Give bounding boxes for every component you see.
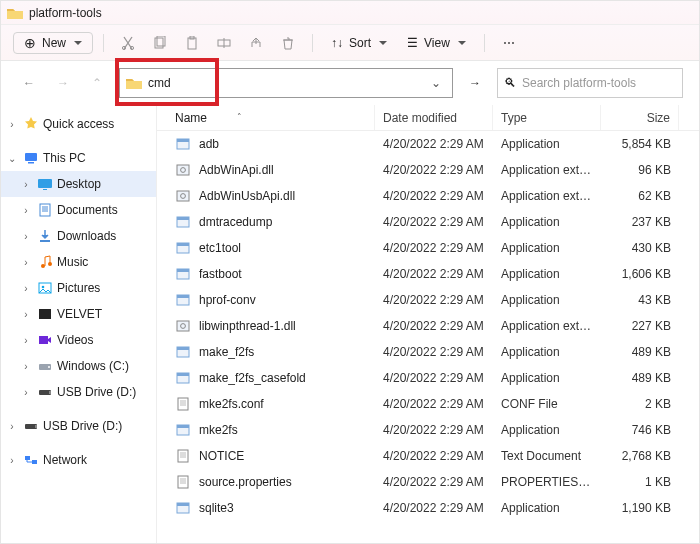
navigation-pane[interactable]: ›Quick access⌄This PC›Desktop›Documents›…	[1, 105, 157, 544]
vid-icon	[37, 332, 53, 348]
sidebar-item-documents[interactable]: ›Documents	[1, 197, 156, 223]
file-row[interactable]: etc1tool4/20/2022 2:29 AMApplication430 …	[157, 235, 699, 261]
file-row[interactable]: source.properties4/20/2022 2:29 AMPROPER…	[157, 469, 699, 495]
expand-icon[interactable]: ›	[5, 455, 19, 466]
search-input[interactable]	[522, 76, 676, 90]
expand-icon[interactable]: ›	[19, 361, 33, 372]
cut-icon[interactable]	[114, 29, 142, 57]
new-label: New	[42, 36, 66, 50]
file-type-icon	[175, 396, 191, 412]
file-row[interactable]: mke2fs4/20/2022 2:29 AMApplication746 KB	[157, 417, 699, 443]
file-row[interactable]: AdbWinApi.dll4/20/2022 2:29 AMApplicatio…	[157, 157, 699, 183]
expand-icon[interactable]: ›	[19, 205, 33, 216]
window-title: platform-tools	[29, 6, 102, 20]
svg-rect-40	[177, 295, 189, 298]
file-date: 4/20/2022 2:29 AM	[375, 345, 493, 359]
sort-button[interactable]: ↑↓ Sort	[323, 32, 395, 54]
search-box[interactable]: 🔍︎	[497, 68, 683, 98]
file-type: CONF File	[493, 397, 601, 411]
file-type: Application exten...	[493, 319, 601, 333]
delete-icon[interactable]	[274, 29, 302, 57]
net-icon	[23, 452, 39, 468]
file-date: 4/20/2022 2:29 AM	[375, 501, 493, 515]
svg-rect-36	[177, 243, 189, 246]
file-row[interactable]: adb4/20/2022 2:29 AMApplication5,854 KB	[157, 131, 699, 157]
column-headers[interactable]: Name˄ Date modified Type Size	[157, 105, 699, 131]
file-name: AdbWinApi.dll	[199, 163, 274, 177]
expand-icon[interactable]: ›	[19, 231, 33, 242]
expand-icon[interactable]: ›	[19, 387, 33, 398]
column-name[interactable]: Name˄	[157, 105, 375, 130]
column-type[interactable]: Type	[493, 105, 601, 130]
expand-icon[interactable]: ›	[19, 283, 33, 294]
sidebar-item-cdrive[interactable]: ›Windows (C:)	[1, 353, 156, 379]
back-button[interactable]: ←	[17, 71, 41, 95]
sidebar-item-downloads[interactable]: ›Downloads	[1, 223, 156, 249]
file-row[interactable]: AdbWinUsbApi.dll4/20/2022 2:29 AMApplica…	[157, 183, 699, 209]
sidebar-item-usb2[interactable]: ›USB Drive (D:)	[1, 413, 156, 439]
file-type-icon	[175, 370, 191, 386]
sidebar-item-quick[interactable]: ›Quick access	[1, 111, 156, 137]
svg-rect-49	[177, 425, 189, 428]
sidebar-item-label: Quick access	[43, 117, 114, 131]
sidebar-item-videos[interactable]: ›Videos	[1, 327, 156, 353]
expand-icon[interactable]: ›	[5, 421, 19, 432]
up-button[interactable]: ⌃	[85, 71, 109, 95]
file-type: Application exten...	[493, 163, 601, 177]
svg-rect-24	[35, 425, 37, 428]
file-row[interactable]: libwinpthread-1.dll4/20/2022 2:29 AMAppl…	[157, 313, 699, 339]
more-icon[interactable]: ⋯	[495, 29, 523, 57]
sidebar-item-thispc[interactable]: ⌄This PC	[1, 145, 156, 171]
view-button[interactable]: ☰ View	[399, 32, 474, 54]
file-size: 1,606 KB	[601, 267, 679, 281]
file-list[interactable]: Name˄ Date modified Type Size adb4/20/20…	[157, 105, 699, 544]
sidebar-item-usb1[interactable]: ›USB Drive (D:)	[1, 379, 156, 405]
file-type: Application	[493, 267, 601, 281]
column-date[interactable]: Date modified	[375, 105, 493, 130]
file-type: Application	[493, 371, 601, 385]
file-date: 4/20/2022 2:29 AM	[375, 163, 493, 177]
file-name: make_f2fs	[199, 345, 254, 359]
file-row[interactable]: fastboot4/20/2022 2:29 AMApplication1,60…	[157, 261, 699, 287]
file-type-icon	[175, 344, 191, 360]
file-date: 4/20/2022 2:29 AM	[375, 293, 493, 307]
file-row[interactable]: mke2fs.conf4/20/2022 2:29 AMCONF File2 K…	[157, 391, 699, 417]
expand-icon[interactable]: ›	[19, 257, 33, 268]
file-row[interactable]: hprof-conv4/20/2022 2:29 AMApplication43…	[157, 287, 699, 313]
expand-icon[interactable]: ›	[19, 309, 33, 320]
sidebar-item-desktop[interactable]: ›Desktop	[1, 171, 156, 197]
share-icon[interactable]	[242, 29, 270, 57]
folder-icon	[126, 77, 142, 89]
file-row[interactable]: NOTICE4/20/2022 2:29 AMText Document2,76…	[157, 443, 699, 469]
doc-icon	[37, 202, 53, 218]
expand-icon[interactable]: ›	[19, 179, 33, 190]
sidebar-item-network[interactable]: ›Network	[1, 447, 156, 473]
address-bar[interactable]: ⌄	[119, 68, 453, 98]
chevron-down-icon	[72, 36, 82, 50]
file-size: 96 KB	[601, 163, 679, 177]
file-row[interactable]: sqlite34/20/2022 2:29 AMApplication1,190…	[157, 495, 699, 521]
expand-icon[interactable]: ⌄	[5, 153, 19, 164]
file-type: Application	[493, 215, 601, 229]
address-input[interactable]	[148, 76, 426, 90]
sidebar-item-music[interactable]: ›Music	[1, 249, 156, 275]
new-button[interactable]: ⊕ New	[13, 32, 93, 54]
file-row[interactable]: make_f2fs4/20/2022 2:29 AMApplication489…	[157, 339, 699, 365]
sidebar-item-velvet[interactable]: ›VELVET	[1, 301, 156, 327]
address-history-dropdown[interactable]: ⌄	[426, 76, 446, 90]
forward-button[interactable]: →	[51, 71, 75, 95]
column-size[interactable]: Size	[601, 105, 679, 130]
sidebar-item-pictures[interactable]: ›Pictures	[1, 275, 156, 301]
expand-icon[interactable]: ›	[19, 335, 33, 346]
rename-icon[interactable]	[210, 29, 238, 57]
copy-icon[interactable]	[146, 29, 174, 57]
sidebar-item-label: Desktop	[57, 177, 101, 191]
file-row[interactable]: make_f2fs_casefold4/20/2022 2:29 AMAppli…	[157, 365, 699, 391]
file-row[interactable]: dmtracedump4/20/2022 2:29 AMApplication2…	[157, 209, 699, 235]
paste-icon[interactable]	[178, 29, 206, 57]
go-refresh-button[interactable]: →	[463, 71, 487, 95]
pic-icon	[37, 280, 53, 296]
expand-icon[interactable]: ›	[5, 119, 19, 130]
file-date: 4/20/2022 2:29 AM	[375, 215, 493, 229]
sidebar-item-label: Videos	[57, 333, 93, 347]
